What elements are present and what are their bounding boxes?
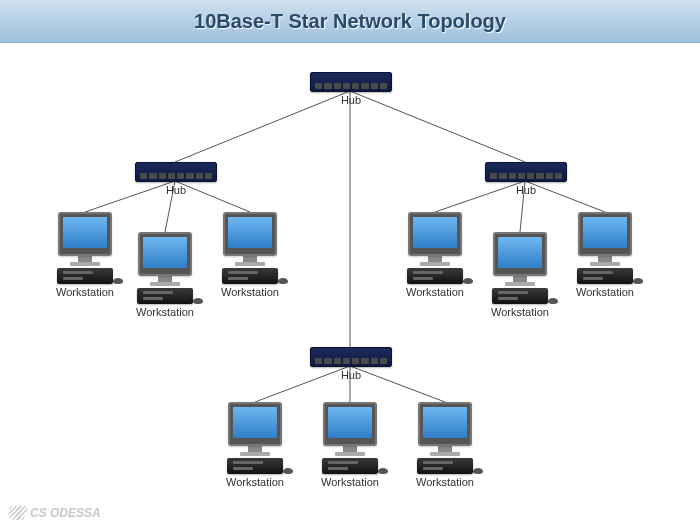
watermark-logo-icon: [5, 506, 28, 520]
workstation-node: Workstation: [410, 402, 480, 488]
workstation-node: Workstation: [315, 402, 385, 488]
workstation-node: Workstation: [215, 212, 285, 298]
hub-node: Hub: [135, 162, 217, 196]
hub-node: Hub: [310, 72, 392, 106]
workstation-label: Workstation: [50, 286, 120, 298]
mouse-icon: [378, 468, 388, 474]
mouse-icon: [113, 278, 123, 284]
mouse-icon: [548, 298, 558, 304]
monitor-icon: [578, 212, 632, 256]
workstation-label: Workstation: [215, 286, 285, 298]
monitor-icon: [138, 232, 192, 276]
workstation-label: Workstation: [315, 476, 385, 488]
hub-label: Hub: [485, 184, 567, 196]
hub-node: Hub: [310, 347, 392, 381]
workstation-node: Workstation: [400, 212, 470, 298]
workstation-node: Workstation: [485, 232, 555, 318]
computer-tower-icon: [222, 268, 278, 284]
hub-label: Hub: [310, 94, 392, 106]
workstation-label: Workstation: [130, 306, 200, 318]
workstation-label: Workstation: [400, 286, 470, 298]
computer-tower-icon: [417, 458, 473, 474]
monitor-icon: [58, 212, 112, 256]
computer-tower-icon: [407, 268, 463, 284]
workstation-node: Workstation: [570, 212, 640, 298]
hub-icon: [310, 72, 392, 92]
monitor-icon: [323, 402, 377, 446]
hub-icon: [310, 347, 392, 367]
mouse-icon: [463, 278, 473, 284]
monitor-icon: [223, 212, 277, 256]
diagram-title: 10Base-T Star Network Topology: [194, 10, 506, 33]
computer-tower-icon: [137, 288, 193, 304]
monitor-icon: [418, 402, 472, 446]
mouse-icon: [278, 278, 288, 284]
monitor-icon: [408, 212, 462, 256]
hub-icon: [135, 162, 217, 182]
watermark-text: CS ODESSA: [30, 506, 101, 520]
hub-node: Hub: [485, 162, 567, 196]
computer-tower-icon: [227, 458, 283, 474]
workstation-node: Workstation: [220, 402, 290, 488]
workstation-node: Workstation: [50, 212, 120, 298]
hub-label: Hub: [310, 369, 392, 381]
computer-tower-icon: [322, 458, 378, 474]
title-bar: 10Base-T Star Network Topology: [0, 0, 700, 43]
mouse-icon: [193, 298, 203, 304]
workstation-node: Workstation: [130, 232, 200, 318]
monitor-icon: [228, 402, 282, 446]
hub-label: Hub: [135, 184, 217, 196]
workstation-label: Workstation: [220, 476, 290, 488]
workstation-label: Workstation: [410, 476, 480, 488]
computer-tower-icon: [492, 288, 548, 304]
computer-tower-icon: [577, 268, 633, 284]
mouse-icon: [283, 468, 293, 474]
mouse-icon: [473, 468, 483, 474]
diagram-canvas: HubHubWorkstationWorkstationWorkstationH…: [0, 42, 700, 526]
watermark: CS ODESSA: [8, 506, 101, 520]
workstation-label: Workstation: [570, 286, 640, 298]
monitor-icon: [493, 232, 547, 276]
workstation-label: Workstation: [485, 306, 555, 318]
hub-icon: [485, 162, 567, 182]
mouse-icon: [633, 278, 643, 284]
computer-tower-icon: [57, 268, 113, 284]
